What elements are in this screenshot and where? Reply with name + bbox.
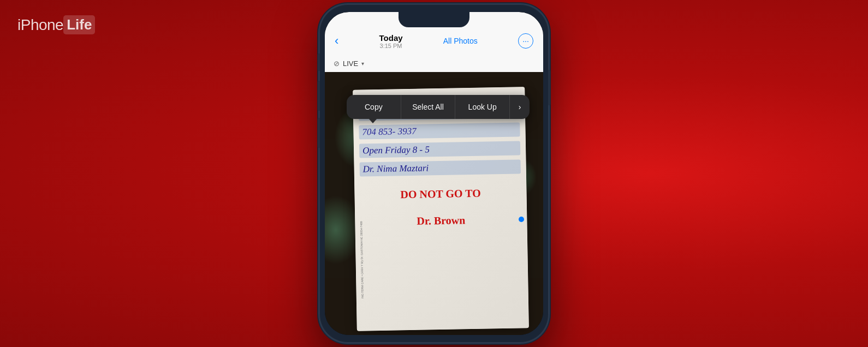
more-icon: ··· — [522, 37, 529, 45]
copy-menu-item[interactable]: Copy — [347, 95, 401, 119]
logo-life-text: Life — [63, 15, 95, 34]
brand-logo: iPhone Life — [17, 15, 95, 34]
live-bar: ⊘ LIVE ▾ — [325, 55, 543, 72]
logo-iphone-text: iPhone — [17, 16, 63, 34]
nav-title: Today — [379, 33, 403, 43]
nav-subtitle: 3:15 PM — [379, 43, 403, 49]
note-line-2: 704 853- 3937 — [359, 122, 520, 139]
selection-handle-bottom — [519, 217, 524, 222]
more-menu-item[interactable]: › — [510, 95, 530, 119]
live-chevron-icon: ▾ — [361, 61, 364, 67]
volume-down-button — [318, 118, 320, 148]
phone-body: ‹ Today 3:15 PM All Photos ··· ⊘ LIVE ▾ — [319, 4, 549, 343]
power-button — [548, 70, 550, 105]
photo-content: Gaston Eye 704 853- 3937 Open Friday 8 -… — [325, 72, 543, 335]
note-paper: Gaston Eye 704 853- 3937 Open Friday 8 -… — [353, 87, 529, 331]
live-label: LIVE — [343, 59, 358, 68]
all-photos-button[interactable]: All Photos — [443, 37, 478, 45]
note-line-5: DO NOT GO TO — [360, 184, 521, 203]
select-all-menu-item[interactable]: Select All — [401, 95, 456, 119]
navigation-bar: ‹ Today 3:15 PM All Photos ··· — [325, 27, 543, 55]
back-button[interactable]: ‹ — [335, 34, 338, 48]
context-menu: Copy Select All Look Up › — [347, 95, 530, 119]
phone-screen: ‹ Today 3:15 PM All Photos ··· ⊘ LIVE ▾ — [325, 12, 543, 335]
note-line-3: Open Friday 8 - 5 — [359, 141, 520, 158]
more-button[interactable]: ··· — [518, 33, 533, 49]
live-camera-icon: ⊘ — [334, 59, 340, 68]
photo-header: ‹ Today 3:15 PM All Photos ··· ⊘ LIVE ▾ — [325, 12, 543, 72]
nav-title-group: Today 3:15 PM — [379, 33, 403, 49]
note-line-6: Dr. Brown — [360, 211, 521, 230]
note-line-4: Dr. Nima Maztari — [359, 159, 520, 176]
look-up-menu-item[interactable]: Look Up — [455, 95, 510, 119]
phone-notch — [399, 12, 469, 27]
mute-button — [318, 53, 320, 71]
phone-device: ‹ Today 3:15 PM All Photos ··· ⊘ LIVE ▾ — [319, 4, 549, 343]
volume-up-button — [318, 81, 320, 111]
